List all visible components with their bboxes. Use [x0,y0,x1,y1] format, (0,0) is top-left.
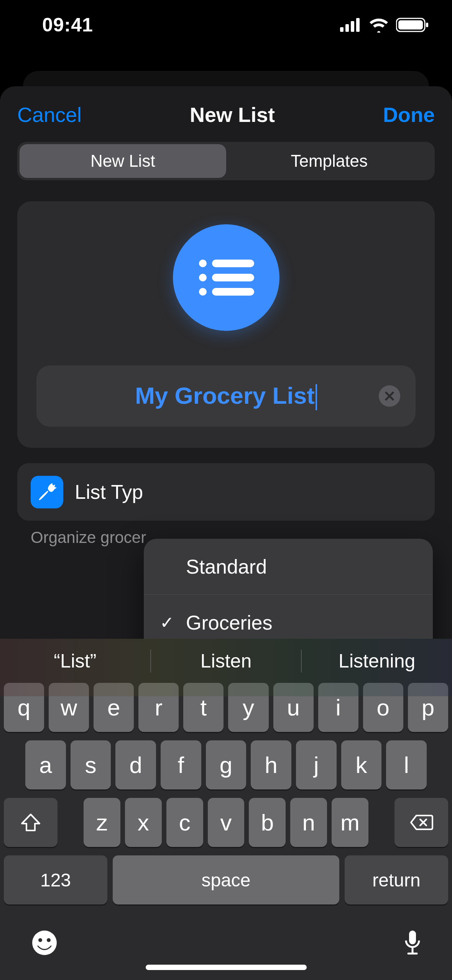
key-row-4: 123 space return [0,855,452,904]
key-m[interactable]: m [332,798,368,847]
svg-point-11 [199,288,207,296]
svg-point-13 [32,931,57,955]
seg-templates[interactable]: Templates [226,144,433,178]
key-d[interactable]: d [115,740,156,789]
menu-item-label: Standard [186,555,267,578]
menu-item-standard[interactable]: Standard [144,539,433,595]
key-c[interactable]: c [166,798,203,847]
key-123[interactable]: 123 [4,855,107,904]
segmented-control[interactable]: New List Templates [17,142,435,180]
svg-rect-6 [426,23,428,27]
svg-point-14 [38,938,42,942]
key-a[interactable]: a [25,740,66,789]
home-indicator[interactable] [146,965,307,970]
list-name-value: My Grocery List [135,382,317,411]
key-return[interactable]: return [345,855,448,904]
clear-text-button[interactable] [379,385,400,407]
sheet-title: New List [190,103,275,127]
key-x[interactable]: x [125,798,162,847]
status-time: 09:41 [42,14,93,36]
key-l[interactable]: l [386,740,427,789]
svg-rect-5 [398,20,423,30]
shift-icon [20,813,41,832]
checkmark-icon: ✓ [160,613,174,632]
list-name-card: My Grocery List [17,201,435,448]
key-j[interactable]: j [296,740,337,789]
keyboard: “List” Listen Listening q w e r t y u i … [0,639,452,980]
suggestion-bar: “List” Listen Listening [0,639,452,683]
key-space[interactable]: space [113,855,339,904]
nav-bar: Cancel New List Done [0,97,452,142]
close-icon [385,391,394,401]
key-z[interactable]: z [84,798,120,847]
wifi-icon [368,17,389,33]
status-bar: 09:41 [0,0,452,50]
svg-point-15 [47,938,51,942]
backspace-icon [409,814,433,831]
battery-icon [396,17,429,33]
svg-rect-8 [212,260,254,267]
svg-rect-12 [212,288,254,296]
key-g[interactable]: g [206,740,247,789]
carrot-icon-badge [31,476,63,508]
cellular-icon [340,18,362,32]
carrot-icon [38,482,57,502]
key-k[interactable]: k [341,740,382,789]
list-color-icon-button[interactable] [173,224,279,331]
cancel-button[interactable]: Cancel [17,103,82,127]
svg-rect-16 [409,931,416,944]
key-f[interactable]: f [161,740,201,789]
list-type-row[interactable]: List Typ [17,463,435,521]
svg-point-7 [199,260,207,267]
svg-rect-3 [356,18,360,32]
svg-point-9 [199,274,207,281]
key-row-2: a s d f g h j k l [0,740,452,789]
menu-item-label: Groceries [186,611,272,634]
mic-icon [404,929,421,957]
key-n[interactable]: n [290,798,327,847]
status-icons [340,17,429,33]
list-bullet-icon [197,257,255,299]
key-h[interactable]: h [251,740,291,789]
emoji-icon [31,929,58,957]
key-row-3: z x c v b n m [0,798,452,847]
suggestion-3[interactable]: Listening [302,650,452,672]
done-button[interactable]: Done [383,103,435,127]
suggestion-1[interactable]: “List” [0,650,150,672]
key-v[interactable]: v [208,798,245,847]
seg-new-list[interactable]: New List [20,144,226,178]
svg-rect-2 [351,21,354,32]
list-name-input[interactable]: My Grocery List [36,365,416,427]
svg-rect-0 [340,27,344,32]
text-cursor [316,384,317,410]
key-backspace[interactable] [394,798,448,847]
key-spacer [373,798,390,847]
key-b[interactable]: b [249,798,286,847]
suggestion-2[interactable]: Listen [151,650,301,672]
dictation-button[interactable] [404,929,421,958]
key-shift[interactable] [4,798,58,847]
svg-rect-10 [212,274,254,281]
key-s[interactable]: s [71,740,111,789]
emoji-button[interactable] [31,929,58,958]
list-type-label: List Typ [75,480,143,503]
key-spacer [62,798,79,847]
svg-rect-1 [345,24,349,32]
